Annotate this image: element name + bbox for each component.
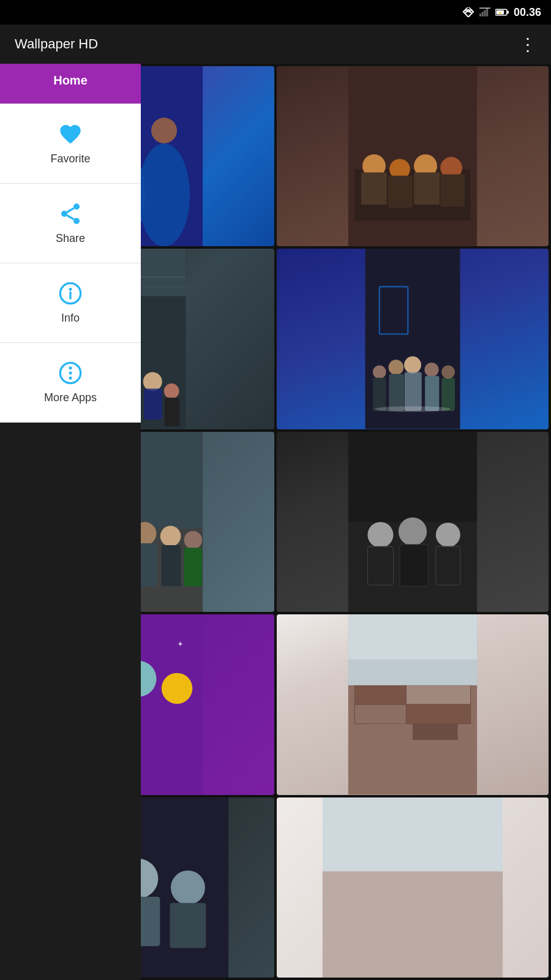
svg-text:⚡: ⚡ xyxy=(498,10,502,15)
svg-point-119 xyxy=(69,377,72,380)
svg-point-40 xyxy=(164,383,179,399)
svg-rect-49 xyxy=(373,378,386,411)
svg-rect-41 xyxy=(165,398,180,426)
svg-rect-66 xyxy=(184,548,202,586)
svg-rect-72 xyxy=(367,546,393,585)
svg-point-79 xyxy=(162,673,192,704)
svg-rect-89 xyxy=(354,704,406,724)
info-icon xyxy=(58,281,83,306)
drawer-item-share[interactable]: Share xyxy=(0,184,141,263)
svg-rect-25 xyxy=(361,172,387,205)
wallpaper-item[interactable] xyxy=(277,66,549,246)
svg-rect-88 xyxy=(354,685,406,705)
svg-rect-5 xyxy=(484,10,485,17)
svg-rect-74 xyxy=(436,546,460,585)
svg-rect-73 xyxy=(400,545,428,586)
svg-rect-95 xyxy=(348,660,477,685)
wifi-icon xyxy=(462,7,474,17)
svg-rect-6 xyxy=(486,8,488,17)
svg-rect-102 xyxy=(170,903,206,948)
svg-rect-52 xyxy=(425,376,439,411)
svg-rect-91 xyxy=(406,704,470,724)
svg-point-110 xyxy=(73,218,80,224)
more-options-button[interactable]: ⋮ xyxy=(514,29,541,59)
drawer-label-share: Share xyxy=(56,232,85,245)
battery-icon: ⚡ xyxy=(495,7,509,17)
app-bar: Wallpaper HD ⋮ xyxy=(0,24,551,64)
status-bar: ⚡ 00.36 xyxy=(0,0,551,24)
svg-point-60 xyxy=(160,526,181,546)
svg-point-108 xyxy=(73,203,80,209)
svg-rect-26 xyxy=(388,176,413,208)
svg-rect-3 xyxy=(479,13,481,17)
signal-icon xyxy=(479,7,490,17)
drawer-label-info: Info xyxy=(61,312,80,325)
svg-rect-104 xyxy=(323,869,503,978)
svg-point-118 xyxy=(69,372,72,375)
svg-rect-93 xyxy=(413,724,458,740)
heart-icon xyxy=(58,122,83,146)
svg-point-117 xyxy=(69,366,72,369)
svg-rect-68 xyxy=(348,432,477,522)
svg-marker-1 xyxy=(463,7,474,17)
svg-point-47 xyxy=(424,363,438,377)
wallpaper-item[interactable] xyxy=(277,614,549,794)
wallpaper-item[interactable] xyxy=(277,797,549,978)
drawer-label-favorite: Favorite xyxy=(50,153,90,165)
svg-line-112 xyxy=(67,208,73,213)
svg-rect-65 xyxy=(162,545,181,586)
wallpaper-item[interactable] xyxy=(277,432,549,612)
svg-point-99 xyxy=(171,870,205,905)
svg-point-71 xyxy=(436,522,460,547)
svg-rect-90 xyxy=(406,685,470,705)
svg-point-46 xyxy=(404,356,421,374)
svg-rect-92 xyxy=(367,724,406,740)
svg-point-70 xyxy=(399,518,427,546)
svg-rect-39 xyxy=(144,389,162,420)
svg-rect-107 xyxy=(323,797,503,872)
svg-point-44 xyxy=(373,366,386,379)
svg-line-111 xyxy=(67,216,73,220)
svg-point-45 xyxy=(388,360,403,375)
svg-rect-27 xyxy=(414,172,440,205)
more-apps-icon xyxy=(58,361,83,385)
svg-rect-4 xyxy=(482,12,484,17)
svg-point-69 xyxy=(367,522,393,548)
svg-point-48 xyxy=(441,366,455,379)
svg-point-54 xyxy=(375,407,451,412)
wallpaper-item[interactable] xyxy=(277,249,549,429)
svg-point-61 xyxy=(184,531,202,549)
svg-text:✦: ✦ xyxy=(177,640,184,649)
svg-rect-50 xyxy=(389,374,404,411)
drawer-item-info[interactable]: Info xyxy=(0,263,141,343)
svg-rect-53 xyxy=(441,378,455,411)
drawer-label-home: Home xyxy=(53,74,88,88)
drawer-label-more-apps: More Apps xyxy=(44,391,97,404)
drawer-item-favorite[interactable]: Favorite xyxy=(0,104,141,184)
status-icons: ⚡ 00.36 xyxy=(462,6,541,19)
status-time: 00.36 xyxy=(514,6,541,19)
svg-rect-9 xyxy=(507,11,509,14)
svg-marker-0 xyxy=(465,10,472,17)
svg-rect-51 xyxy=(405,372,422,412)
svg-point-109 xyxy=(61,211,67,217)
drawer-item-more-apps[interactable]: More Apps xyxy=(0,343,141,423)
navigation-drawer: Home Favorite Share Info xyxy=(0,24,141,980)
share-icon xyxy=(58,202,83,226)
svg-point-38 xyxy=(143,372,162,391)
svg-point-17 xyxy=(151,118,177,143)
app-title: Wallpaper HD xyxy=(15,36,514,52)
svg-rect-28 xyxy=(440,175,465,207)
svg-point-15 xyxy=(138,143,190,246)
